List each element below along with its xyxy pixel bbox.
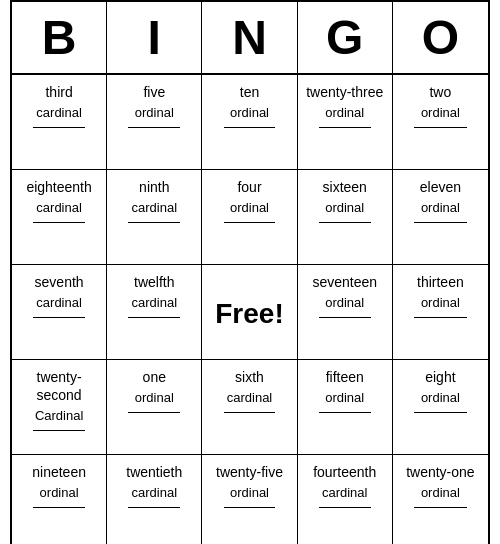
cell-underline-22 bbox=[224, 507, 276, 508]
bingo-cell-3: twenty-threeordinal bbox=[298, 75, 393, 170]
cell-type-8: ordinal bbox=[325, 200, 364, 216]
bingo-cell-9: elevenordinal bbox=[393, 170, 488, 265]
cell-number-14: thirteen bbox=[417, 273, 464, 291]
cell-number-11: twelfth bbox=[134, 273, 174, 291]
cell-type-5: cardinal bbox=[36, 200, 82, 216]
cell-type-24: ordinal bbox=[421, 485, 460, 501]
cell-underline-13 bbox=[319, 317, 371, 318]
cell-underline-3 bbox=[319, 127, 371, 128]
cell-type-2: ordinal bbox=[230, 105, 269, 121]
bingo-cell-1: fiveordinal bbox=[107, 75, 202, 170]
bingo-cell-21: twentiethcardinal bbox=[107, 455, 202, 544]
cell-number-2: ten bbox=[240, 83, 259, 101]
bingo-header: BINGO bbox=[12, 2, 488, 75]
bingo-card: BINGO thirdcardinalfiveordinaltenordinal… bbox=[10, 0, 490, 544]
cell-type-13: ordinal bbox=[325, 295, 364, 311]
cell-underline-5 bbox=[33, 222, 85, 223]
bingo-cell-0: thirdcardinal bbox=[12, 75, 107, 170]
cell-type-18: ordinal bbox=[325, 390, 364, 406]
cell-underline-0 bbox=[33, 127, 85, 128]
cell-number-22: twenty-five bbox=[216, 463, 283, 481]
cell-underline-17 bbox=[224, 412, 276, 413]
cell-type-15: Cardinal bbox=[35, 408, 83, 424]
header-letter-b: B bbox=[12, 2, 107, 73]
cell-number-18: fifteen bbox=[326, 368, 364, 386]
bingo-cell-24: twenty-oneordinal bbox=[393, 455, 488, 544]
cell-underline-8 bbox=[319, 222, 371, 223]
cell-number-1: five bbox=[143, 83, 165, 101]
cell-underline-10 bbox=[33, 317, 85, 318]
bingo-cell-14: thirteenordinal bbox=[393, 265, 488, 360]
cell-type-17: cardinal bbox=[227, 390, 273, 406]
cell-number-3: twenty-three bbox=[306, 83, 383, 101]
cell-type-10: cardinal bbox=[36, 295, 82, 311]
cell-number-24: twenty-one bbox=[406, 463, 474, 481]
cell-number-16: one bbox=[143, 368, 166, 386]
cell-underline-11 bbox=[128, 317, 180, 318]
bingo-cell-4: twoordinal bbox=[393, 75, 488, 170]
cell-number-5: eighteenth bbox=[26, 178, 91, 196]
bingo-cell-13: seventeenordinal bbox=[298, 265, 393, 360]
bingo-cell-5: eighteenthcardinal bbox=[12, 170, 107, 265]
bingo-cell-16: oneordinal bbox=[107, 360, 202, 455]
cell-underline-6 bbox=[128, 222, 180, 223]
cell-number-0: third bbox=[45, 83, 72, 101]
cell-underline-21 bbox=[128, 507, 180, 508]
bingo-cell-10: seventhcardinal bbox=[12, 265, 107, 360]
cell-number-7: four bbox=[237, 178, 261, 196]
cell-type-19: ordinal bbox=[421, 390, 460, 406]
cell-number-13: seventeen bbox=[312, 273, 377, 291]
cell-type-9: ordinal bbox=[421, 200, 460, 216]
header-letter-o: O bbox=[393, 2, 488, 73]
cell-underline-23 bbox=[319, 507, 371, 508]
cell-underline-15 bbox=[33, 430, 85, 431]
cell-type-6: cardinal bbox=[132, 200, 178, 216]
bingo-cell-23: fourteenthcardinal bbox=[298, 455, 393, 544]
cell-type-3: ordinal bbox=[325, 105, 364, 121]
cell-underline-19 bbox=[414, 412, 466, 413]
cell-type-16: ordinal bbox=[135, 390, 174, 406]
cell-number-15: twenty-second bbox=[16, 368, 102, 404]
cell-underline-18 bbox=[319, 412, 371, 413]
bingo-cell-12: Free! bbox=[202, 265, 297, 360]
cell-underline-24 bbox=[414, 507, 466, 508]
bingo-cell-2: tenordinal bbox=[202, 75, 297, 170]
bingo-cell-17: sixthcardinal bbox=[202, 360, 297, 455]
cell-underline-2 bbox=[224, 127, 276, 128]
header-letter-g: G bbox=[298, 2, 393, 73]
free-space-label: Free! bbox=[215, 298, 283, 330]
cell-underline-14 bbox=[414, 317, 466, 318]
bingo-cell-22: twenty-fiveordinal bbox=[202, 455, 297, 544]
cell-number-8: sixteen bbox=[323, 178, 367, 196]
cell-type-21: cardinal bbox=[132, 485, 178, 501]
cell-type-4: ordinal bbox=[421, 105, 460, 121]
cell-number-10: seventh bbox=[35, 273, 84, 291]
cell-number-21: twentieth bbox=[126, 463, 182, 481]
cell-underline-7 bbox=[224, 222, 276, 223]
cell-type-23: cardinal bbox=[322, 485, 368, 501]
cell-type-7: ordinal bbox=[230, 200, 269, 216]
cell-underline-16 bbox=[128, 412, 180, 413]
bingo-cell-18: fifteenordinal bbox=[298, 360, 393, 455]
header-letter-n: N bbox=[202, 2, 297, 73]
bingo-cell-7: fourordinal bbox=[202, 170, 297, 265]
bingo-cell-11: twelfthcardinal bbox=[107, 265, 202, 360]
cell-underline-9 bbox=[414, 222, 466, 223]
cell-type-20: ordinal bbox=[40, 485, 79, 501]
cell-number-23: fourteenth bbox=[313, 463, 376, 481]
cell-number-6: ninth bbox=[139, 178, 169, 196]
cell-underline-4 bbox=[414, 127, 466, 128]
cell-number-9: eleven bbox=[420, 178, 461, 196]
bingo-cell-8: sixteenordinal bbox=[298, 170, 393, 265]
bingo-cell-15: twenty-secondCardinal bbox=[12, 360, 107, 455]
cell-type-11: cardinal bbox=[132, 295, 178, 311]
bingo-cell-19: eightordinal bbox=[393, 360, 488, 455]
cell-type-0: cardinal bbox=[36, 105, 82, 121]
bingo-cell-6: ninthcardinal bbox=[107, 170, 202, 265]
cell-type-14: ordinal bbox=[421, 295, 460, 311]
cell-number-4: two bbox=[429, 83, 451, 101]
cell-underline-20 bbox=[33, 507, 85, 508]
cell-type-22: ordinal bbox=[230, 485, 269, 501]
cell-number-17: sixth bbox=[235, 368, 264, 386]
cell-number-19: eight bbox=[425, 368, 455, 386]
